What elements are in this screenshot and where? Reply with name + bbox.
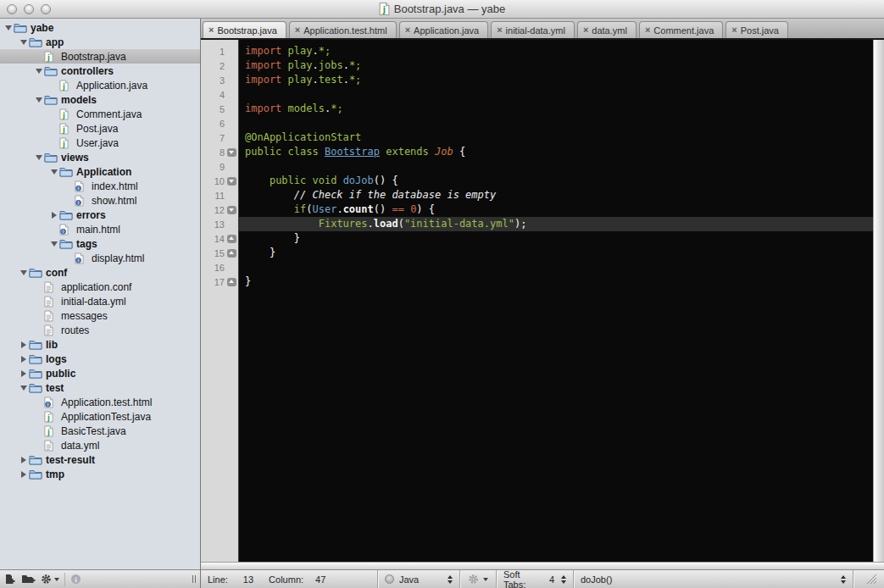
tree-folder-yabe[interactable]: yabe xyxy=(0,20,200,35)
close-tab-icon[interactable]: × xyxy=(208,25,214,35)
tab-post.java[interactable]: ×Post.java xyxy=(726,21,788,38)
tree-folder-controllers[interactable]: controllers xyxy=(0,64,200,78)
tree-file-initial-data.yml[interactable]: initial-data.yml xyxy=(0,294,200,308)
bundle-gear-menu[interactable] xyxy=(460,570,496,588)
tree-file-bootstrap.java[interactable]: jBootstrap.java xyxy=(0,49,200,64)
code-line-12[interactable]: if(User.count() == 0) { xyxy=(239,202,873,217)
tree-file-application.conf[interactable]: application.conf xyxy=(0,280,200,294)
disclosure-triangle-closed[interactable] xyxy=(18,370,29,377)
disclosure-triangle-closed[interactable] xyxy=(18,356,29,363)
disclosure-triangle-open[interactable] xyxy=(48,241,59,247)
close-window-button[interactable] xyxy=(7,4,17,14)
fold-open-icon[interactable] xyxy=(225,206,238,214)
code-line-6[interactable] xyxy=(239,116,873,130)
code-line-10[interactable]: public void doJob() { xyxy=(239,174,873,188)
tree-file-display.html[interactable]: display.html xyxy=(0,251,200,265)
close-tab-icon[interactable]: × xyxy=(497,25,502,35)
tab-application.java[interactable]: ×Application.java xyxy=(399,21,489,38)
close-tab-icon[interactable]: × xyxy=(405,25,410,35)
close-tab-icon[interactable]: × xyxy=(583,25,588,35)
goto-line-indicator[interactable]: Line: 13 Column: 47 xyxy=(201,570,377,588)
tab-comment.java[interactable]: ×Comment.java xyxy=(639,21,723,38)
code-line-15[interactable]: } xyxy=(239,246,873,260)
fold-close-icon[interactable] xyxy=(225,249,238,258)
tree-folder-test[interactable]: test xyxy=(0,380,200,395)
symbol-selector[interactable]: doJob() xyxy=(574,570,853,588)
disclosure-triangle-closed[interactable] xyxy=(18,457,29,463)
soft-tabs-selector[interactable]: Soft Tabs: 4 xyxy=(497,570,573,588)
fold-open-icon[interactable] xyxy=(225,177,238,186)
tab-application.test.html[interactable]: ×Application.test.html xyxy=(289,21,397,38)
code-line-3[interactable]: import play.test.*; xyxy=(239,73,873,87)
tree-file-index.html[interactable]: index.html xyxy=(0,179,200,193)
close-tab-icon[interactable]: × xyxy=(645,25,650,35)
fold-close-icon[interactable] xyxy=(225,278,238,286)
tree-file-messages[interactable]: messages xyxy=(0,308,200,323)
tree-folder-lib[interactable]: lib xyxy=(0,337,200,352)
tree-folder-models[interactable]: models xyxy=(0,92,200,107)
tree-file-post.java[interactable]: jPost.java xyxy=(0,121,200,136)
tree-file-basictest.java[interactable]: jBasicTest.java xyxy=(0,424,200,438)
fold-open-icon[interactable] xyxy=(225,148,238,157)
disclosure-triangle-open[interactable] xyxy=(3,25,14,31)
disclosure-triangle-open[interactable] xyxy=(18,270,29,275)
window-resize-grip[interactable] xyxy=(853,570,884,588)
tree-folder-conf[interactable]: conf xyxy=(0,265,200,280)
code-line-11[interactable]: // Check if the database is empty xyxy=(239,188,873,202)
drawer-gear-menu-button[interactable] xyxy=(41,574,59,585)
language-selector[interactable]: Java xyxy=(378,570,459,588)
tree-folder-errors[interactable]: errors xyxy=(0,208,200,222)
file-tree[interactable]: yabeappjBootstrap.javacontrollersjApplic… xyxy=(0,19,200,569)
tree-folder-logs[interactable]: logs xyxy=(0,352,200,366)
code-line-14[interactable]: } xyxy=(239,231,873,246)
code-line-5[interactable]: import models.*; xyxy=(239,102,873,116)
zoom-window-button[interactable] xyxy=(41,4,51,14)
code-line-9[interactable] xyxy=(239,159,873,174)
tree-file-show.html[interactable]: show.html xyxy=(0,193,200,208)
tab-initial-data.yml[interactable]: ×initial-data.yml xyxy=(491,21,575,38)
code-line-4[interactable] xyxy=(239,87,873,102)
add-folder-button[interactable] xyxy=(21,574,36,585)
new-file-button[interactable] xyxy=(4,574,16,585)
tree-file-comment.java[interactable]: jComment.java xyxy=(0,107,200,121)
disclosure-triangle-open[interactable] xyxy=(48,169,59,175)
tab-bootstrap.java[interactable]: ×Bootstrap.java xyxy=(203,21,286,38)
disclosure-triangle-open[interactable] xyxy=(33,155,44,160)
tree-file-user.java[interactable]: jUser.java xyxy=(0,136,200,150)
close-tab-icon[interactable]: × xyxy=(295,25,300,35)
code-editor[interactable]: import play.*;import play.jobs.*;import … xyxy=(239,40,873,562)
code-line-16[interactable] xyxy=(239,260,873,275)
disclosure-triangle-closed[interactable] xyxy=(48,212,59,219)
tree-folder-public[interactable]: public xyxy=(0,366,200,380)
fold-close-icon[interactable] xyxy=(225,235,238,243)
code-line-8[interactable]: public class Bootstrap extends Job { xyxy=(239,145,873,159)
close-tab-icon[interactable]: × xyxy=(731,25,737,35)
code-line-13[interactable]: Fixtures.load("initial-data.yml"); xyxy=(239,217,873,231)
code-line-2[interactable]: import play.jobs.*; xyxy=(239,58,873,73)
tree-folder-test-result[interactable]: test-result xyxy=(0,452,200,467)
tab-data.yml[interactable]: ×data.yml xyxy=(577,21,637,38)
tree-folder-tmp[interactable]: tmp xyxy=(0,467,200,481)
horizontal-scrollbar[interactable] xyxy=(201,562,884,569)
tree-folder-application[interactable]: Application xyxy=(0,164,200,179)
disclosure-triangle-open[interactable] xyxy=(33,97,44,103)
tree-folder-tags[interactable]: tags xyxy=(0,236,200,251)
drawer-resize-handle[interactable] xyxy=(192,575,196,583)
disclosure-triangle-open[interactable] xyxy=(18,40,29,45)
line-number-gutter[interactable]: 1234567891011121314151617 xyxy=(201,40,239,562)
tree-folder-app[interactable]: app xyxy=(0,35,200,49)
code-line-7[interactable]: @OnApplicationStart xyxy=(239,130,873,145)
tree-file-applicationtest.java[interactable]: jApplicationTest.java xyxy=(0,409,200,424)
info-button[interactable]: i xyxy=(70,574,81,585)
vertical-scrollbar[interactable] xyxy=(873,40,884,562)
tree-file-application.java[interactable]: jApplication.java xyxy=(0,78,200,92)
disclosure-triangle-closed[interactable] xyxy=(18,341,29,348)
disclosure-triangle-open[interactable] xyxy=(33,69,44,74)
tree-file-data.yml[interactable]: data.yml xyxy=(0,438,200,452)
tree-folder-views[interactable]: views xyxy=(0,150,200,164)
tree-file-routes[interactable]: routes xyxy=(0,323,200,337)
disclosure-triangle-open[interactable] xyxy=(18,386,29,391)
disclosure-triangle-closed[interactable] xyxy=(18,471,29,478)
title-bar[interactable]: j Bootstrap.java — yabe xyxy=(0,0,884,19)
tree-file-application.test.html[interactable]: Application.test.html xyxy=(0,395,200,409)
